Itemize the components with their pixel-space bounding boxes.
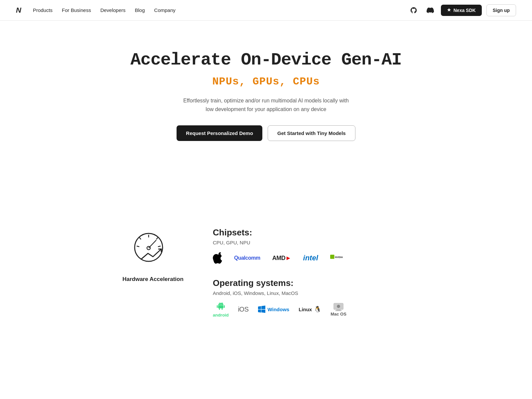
nav-link-products[interactable]: Products [33, 7, 53, 13]
github-icon[interactable] [408, 4, 420, 16]
os-subtitle: Android, iOS, Windows, Linux, MacOS [213, 290, 412, 296]
hero-section: Accelerate On-Device Gen-AI NPUs, GPUs, … [0, 21, 532, 161]
android-logo: android [213, 302, 229, 317]
svg-line-5 [156, 237, 158, 239]
os-logos-row: android iOS Windows Linux 🐧 [213, 302, 412, 317]
amd-logo: AMD► [272, 251, 291, 265]
chipsets-subtitle: CPU, GPU, NPU [213, 240, 412, 245]
svg-text:NVIDIA: NVIDIA [335, 256, 343, 258]
svg-rect-12 [335, 310, 341, 311]
hero-description: Effortlessly train, optimize and/or run … [180, 96, 352, 113]
nav-right: Nexa SDK Sign up [408, 4, 516, 16]
svg-rect-8 [330, 255, 334, 259]
nav-links: Products For Business Developers Blog Co… [33, 7, 176, 13]
svg-point-13 [337, 305, 340, 308]
nexa-sdk-button[interactable]: Nexa SDK [441, 5, 482, 16]
svg-point-0 [135, 233, 163, 261]
os-title: Operating systems: [213, 278, 412, 288]
chipsets-title: Chipsets: [213, 227, 412, 238]
signup-button[interactable]: Sign up [486, 4, 516, 16]
svg-line-2 [137, 246, 139, 247]
nav-link-blog[interactable]: Blog [135, 7, 145, 13]
nav-link-company[interactable]: Company [154, 7, 176, 13]
hardware-acceleration-icon [131, 227, 175, 271]
hardware-acceleration-label: Hardware Acceleration [122, 276, 184, 283]
linux-logo: Linux 🐧 [299, 302, 321, 317]
svg-line-4 [139, 237, 141, 239]
nav-link-for-business[interactable]: For Business [62, 7, 91, 13]
macos-logo: Mac OS [331, 302, 346, 317]
discord-icon[interactable] [424, 4, 436, 16]
hero-buttons: Request Personalized Demo Get Started wi… [177, 125, 355, 141]
nvidia-logo: NVIDIA [330, 251, 347, 265]
svg-line-7 [149, 240, 156, 248]
qualcomm-logo: Qualcomm [234, 251, 260, 265]
nav-link-developers[interactable]: Developers [100, 7, 126, 13]
nav-left: N Products For Business Developers Blog … [16, 6, 176, 15]
brand-logo[interactable]: N [16, 6, 21, 15]
brand-logos-row: Qualcomm AMD► intel NVIDIA [213, 251, 412, 265]
apple-logo [213, 251, 222, 265]
ios-logo: iOS [238, 302, 249, 317]
intel-logo: intel [303, 251, 318, 265]
hardware-acceleration-feature: Hardware Acceleration [120, 227, 186, 283]
request-demo-button[interactable]: Request Personalized Demo [177, 125, 262, 141]
hero-title: Accelerate On-Device Gen-AI [130, 51, 402, 69]
windows-logo: Windows [258, 302, 290, 317]
features-section: Hardware Acceleration Chipsets: CPU, GPU… [0, 201, 532, 336]
svg-line-3 [158, 246, 161, 247]
get-started-button[interactable]: Get Started with Tiny Models [268, 125, 355, 141]
hero-subtitle: NPUs, GPUs, CPUs [212, 75, 320, 88]
feature-details: Chipsets: CPU, GPU, NPU Qualcomm AMD► in… [213, 227, 412, 317]
navbar: N Products For Business Developers Blog … [0, 0, 532, 21]
svg-rect-11 [336, 310, 341, 311]
